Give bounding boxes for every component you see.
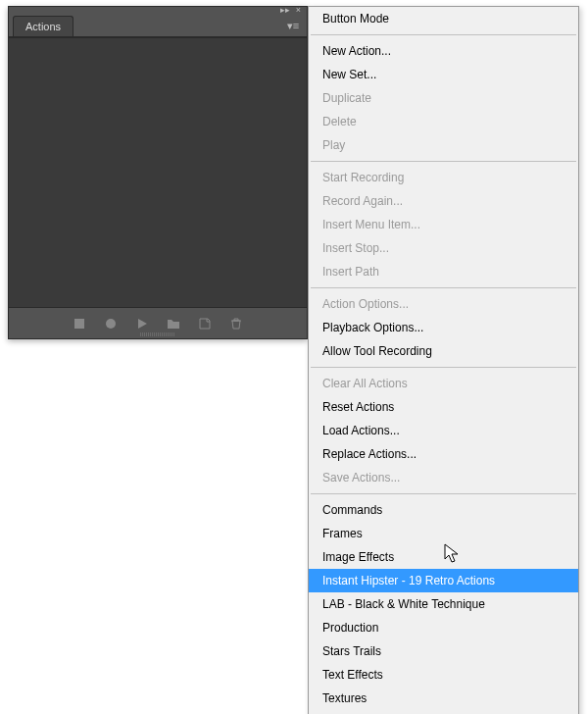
menu-item: Clear All Actions [309, 372, 578, 395]
trash-icon[interactable] [229, 317, 243, 331]
menu-item: Record Again... [309, 189, 578, 213]
actions-panel: ▸▸ × Actions ▾≡ [8, 6, 308, 339]
menu-separator [311, 287, 576, 288]
stop-icon[interactable] [73, 317, 86, 331]
menu-item: Delete [309, 110, 578, 133]
svg-rect-0 [74, 319, 84, 329]
menu-item[interactable]: Textures [309, 687, 578, 710]
new-set-icon[interactable] [167, 317, 180, 331]
menu-item[interactable]: Playback Options... [309, 316, 578, 339]
menu-separator [311, 493, 576, 494]
menu-item: Save Actions... [309, 466, 578, 489]
svg-point-1 [106, 319, 116, 329]
menu-item[interactable]: Reset Actions [309, 395, 578, 419]
menu-item[interactable]: Instant Hipster - 19 Retro Actions [309, 569, 578, 592]
menu-item[interactable]: Load Actions... [309, 419, 578, 442]
menu-item[interactable]: Frames [309, 522, 578, 545]
panel-titlebar: ▸▸ × [9, 7, 307, 15]
menu-item: Duplicate [309, 86, 578, 110]
menu-item: Insert Menu Item... [309, 213, 578, 236]
panel-footer [9, 307, 307, 338]
panel-resize-grip[interactable] [140, 332, 175, 336]
record-icon[interactable] [104, 317, 118, 331]
menu-item[interactable]: Commands [309, 498, 578, 522]
actions-flyout-menu: Button ModeNew Action...New Set...Duplic… [308, 6, 579, 714]
menu-item[interactable]: Text Effects [309, 663, 578, 687]
menu-item[interactable]: New Action... [309, 39, 578, 63]
menu-item: Action Options... [309, 292, 578, 316]
menu-item[interactable]: Allow Tool Recording [309, 339, 578, 363]
menu-item[interactable]: Replace Actions... [309, 442, 578, 466]
menu-item[interactable]: LAB - Black & White Technique [309, 592, 578, 616]
panel-tab-bar: Actions ▾≡ [9, 15, 307, 37]
menu-item: Insert Path [309, 260, 578, 283]
new-action-icon[interactable] [198, 317, 212, 331]
menu-item: Insert Stop... [309, 236, 578, 260]
panel-flyout-button[interactable]: ▾≡ [285, 18, 301, 33]
collapse-icon[interactable]: ▸▸ [280, 5, 290, 15]
menu-item[interactable]: Image Effects [309, 545, 578, 569]
actions-list-empty [9, 37, 307, 307]
menu-item[interactable]: Button Mode [309, 7, 578, 30]
close-icon[interactable]: × [296, 5, 301, 15]
menu-item: Play [309, 133, 578, 157]
menu-separator [311, 161, 576, 162]
menu-separator [311, 367, 576, 368]
menu-separator [311, 34, 576, 35]
menu-item[interactable]: Production [309, 616, 578, 639]
svg-marker-2 [138, 319, 147, 329]
menu-item[interactable]: Stars Trails [309, 639, 578, 663]
menu-item[interactable]: Video Actions [309, 710, 578, 714]
play-icon[interactable] [135, 317, 149, 331]
menu-item[interactable]: New Set... [309, 63, 578, 86]
menu-item: Start Recording [309, 166, 578, 189]
tab-actions[interactable]: Actions [13, 16, 74, 36]
